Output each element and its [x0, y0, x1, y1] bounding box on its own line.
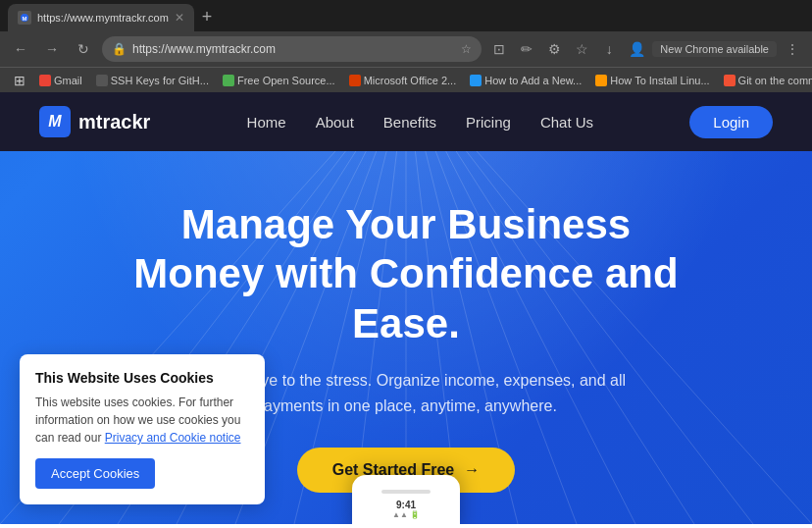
- hero-title: Manage Your Business Money with Confiden…: [133, 200, 678, 348]
- back-button[interactable]: ←: [8, 36, 33, 62]
- nav-link-benefits[interactable]: Benefits: [383, 114, 436, 131]
- tab-close-icon[interactable]: ✕: [175, 11, 184, 25]
- apps-button[interactable]: ⊞: [8, 71, 31, 90]
- extensions-button[interactable]: ⚙: [542, 37, 566, 61]
- active-tab[interactable]: M https://www.mymtrackr.com ✕: [8, 4, 194, 31]
- cookie-policy-link[interactable]: Privacy and Cookie notice: [105, 431, 241, 445]
- toolbar-actions: ⊡ ✏ ⚙ ☆ ↓ 👤 New Chrome available ⋮: [487, 37, 804, 61]
- nav-logo[interactable]: M mtrackr: [39, 106, 150, 137]
- logo-text: mtrackr: [78, 111, 150, 133]
- menu-button[interactable]: ⋮: [781, 37, 804, 61]
- browser-chrome: M https://www.mymtrackr.com ✕ + ← → ↻ 🔒 …: [0, 0, 812, 92]
- logo-icon: M: [39, 106, 71, 137]
- phone-notch: [381, 490, 431, 494]
- cookie-title: This Website Uses Cookies: [35, 370, 249, 386]
- bookmarks-bar: ⊞ Gmail SSH Keys for GitH... Free Open S…: [0, 67, 812, 92]
- cookie-banner: This Website Uses Cookies This website u…: [20, 354, 265, 504]
- bookmark-favicon: [595, 75, 607, 86]
- phone-status-icons: ▲▲ 🔋: [392, 510, 420, 519]
- tab-favicon: M: [18, 11, 31, 25]
- lock-icon: 🔒: [112, 42, 127, 56]
- bookmark-ms-office[interactable]: Microsoft Office 2...: [343, 73, 463, 88]
- apps-icon: ⊞: [14, 73, 25, 88]
- cookie-text: This website uses cookies. For further i…: [35, 394, 249, 447]
- toolbar: ← → ↻ 🔒 https://www.mymtrackr.com ☆ ⊡ ✏ …: [0, 31, 812, 67]
- refresh-button[interactable]: ↻: [71, 36, 96, 62]
- star-icon[interactable]: ☆: [461, 42, 472, 56]
- nav-link-chat[interactable]: Chat Us: [540, 114, 593, 131]
- screenshot-button[interactable]: ✏: [515, 37, 538, 61]
- bookmark-install-linux[interactable]: How To Install Linu...: [589, 73, 715, 88]
- bookmark-favicon: [470, 75, 482, 86]
- downloads-button[interactable]: ↓: [597, 37, 621, 61]
- nav-links: Home About Benefits Pricing Chat Us: [247, 114, 593, 131]
- phone-time: 9:41: [396, 500, 416, 510]
- nav-link-pricing[interactable]: Pricing: [466, 114, 511, 131]
- nav-link-about[interactable]: About: [316, 114, 354, 131]
- navbar: M mtrackr Home About Benefits Pricing Ch…: [0, 92, 812, 151]
- bookmark-gmail[interactable]: Gmail: [33, 73, 88, 88]
- bookmark-ssh[interactable]: SSH Keys for GitH...: [90, 73, 215, 88]
- bookmark-favicon: [223, 75, 234, 86]
- tab-title: https://www.mymtrackr.com: [37, 12, 169, 24]
- accept-cookies-button[interactable]: Accept Cookies: [35, 458, 155, 489]
- bookmark-free-open[interactable]: Free Open Source...: [217, 73, 341, 88]
- forward-button[interactable]: →: [39, 36, 65, 62]
- bookmark-favicon: [96, 75, 108, 86]
- login-button[interactable]: Login: [689, 106, 773, 138]
- bookmark-how-to-add[interactable]: How to Add a New...: [464, 73, 587, 88]
- tab-bar: M https://www.mymtrackr.com ✕ +: [0, 0, 812, 31]
- bookmark-favicon: [39, 75, 51, 86]
- address-text: https://www.mymtrackr.com: [132, 42, 455, 56]
- bookmark-button[interactable]: ☆: [570, 37, 593, 61]
- phone-mockup: 9:41 ▲▲ 🔋: [352, 475, 460, 524]
- bookmark-git[interactable]: Git on the comma...: [718, 73, 812, 88]
- page: M mtrackr Home About Benefits Pricing Ch…: [0, 92, 812, 524]
- new-tab-notification: New Chrome available: [652, 41, 777, 57]
- svg-text:M: M: [23, 16, 27, 22]
- cta-arrow-icon: →: [464, 461, 480, 479]
- nav-link-home[interactable]: Home: [247, 114, 286, 131]
- bookmark-favicon: [349, 75, 361, 86]
- profile-button[interactable]: 👤: [625, 37, 648, 61]
- bookmark-favicon: [724, 75, 736, 86]
- cast-button[interactable]: ⊡: [487, 37, 511, 61]
- address-bar[interactable]: 🔒 https://www.mymtrackr.com ☆: [102, 36, 482, 62]
- new-tab-button[interactable]: +: [196, 7, 219, 27]
